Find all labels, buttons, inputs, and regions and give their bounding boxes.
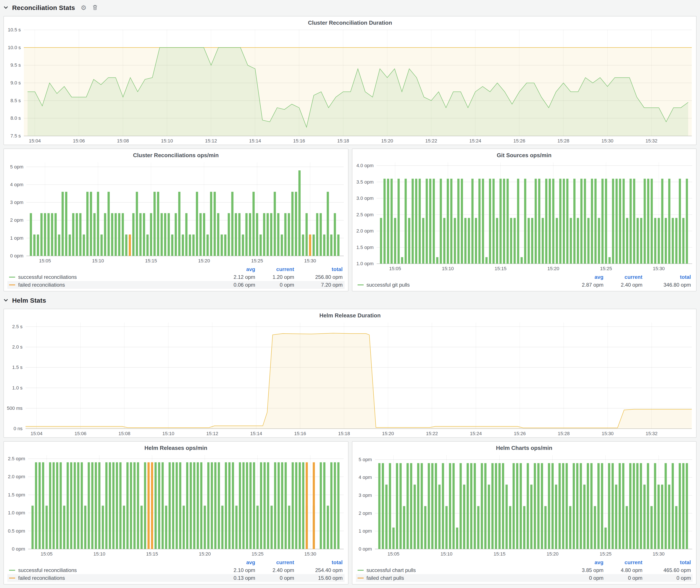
svg-text:15:30: 15:30 <box>304 258 316 263</box>
panel-title[interactable]: Cluster Reconciliations ops/min <box>4 149 348 160</box>
legend-avg: 0 opm <box>566 574 605 582</box>
svg-text:15:18: 15:18 <box>337 138 349 144</box>
legend-col-current[interactable]: current <box>257 265 296 273</box>
legend: avg current total successful chart pulls… <box>352 558 696 584</box>
legend-series[interactable]: failed reconciliations <box>7 574 218 582</box>
panel-title[interactable]: Git Sources ops/min <box>352 149 696 160</box>
svg-text:0 ns: 0 ns <box>13 426 23 431</box>
svg-text:15:26: 15:26 <box>513 138 525 144</box>
svg-text:8.0 s: 8.0 s <box>10 115 21 121</box>
legend-series[interactable]: successful git pulls <box>356 281 566 289</box>
helm-charts-ops-chart[interactable]: 15:0515:1015:1515:2015:2515:300 opm1 opm… <box>352 452 696 558</box>
legend-avg: 2.12 opm <box>218 273 257 281</box>
legend-col-current[interactable]: current <box>605 273 644 281</box>
svg-text:15:12: 15:12 <box>206 431 218 436</box>
cluster-reconciliations-ops-chart[interactable]: 15:0515:1015:1515:2015:2515:300 opm1 opm… <box>4 160 348 265</box>
svg-text:15:14: 15:14 <box>249 138 261 144</box>
svg-text:0 opm: 0 opm <box>10 253 23 258</box>
legend-series[interactable]: successful reconciliations <box>7 566 218 574</box>
legend-col-total[interactable]: total <box>296 559 344 566</box>
svg-text:15:05: 15:05 <box>389 266 401 271</box>
legend-current: 4.80 opm <box>605 566 644 574</box>
helm-releases-ops-chart[interactable]: 15:0515:1015:1515:2015:2515:300 opm0.5 o… <box>4 452 348 558</box>
panel-title[interactable]: Cluster Reconciliation Duration <box>4 16 696 27</box>
legend-total: 256.80 opm <box>296 273 344 281</box>
chevron-down-icon <box>3 6 8 9</box>
legend-col-avg[interactable]: avg <box>566 559 605 566</box>
svg-text:15:30: 15:30 <box>652 551 664 557</box>
svg-text:7.5 s: 7.5 s <box>10 133 21 139</box>
svg-text:15:10: 15:10 <box>442 266 453 271</box>
svg-text:15:14: 15:14 <box>250 431 262 436</box>
panel-title[interactable]: Helm Releases ops/min <box>4 442 348 452</box>
legend-avg: 0.06 opm <box>218 281 257 289</box>
legend-current: 0 opm <box>605 574 644 582</box>
legend-row: successful chart pulls 3.85 opm 4.80 opm… <box>356 566 693 574</box>
legend: avg current total successful git pulls 2… <box>352 272 696 291</box>
legend-row: successful reconciliations 2.10 opm 2.40… <box>7 566 344 574</box>
legend-header: avg current total <box>356 273 693 281</box>
series-swatch <box>357 284 363 285</box>
chevron-down-icon <box>3 299 8 302</box>
legend-row: successful git pulls 2.87 opm 2.40 opm 3… <box>356 281 693 289</box>
svg-text:4.0 opm: 4.0 opm <box>356 163 374 168</box>
section-helm-stats[interactable]: Helm Stats <box>3 295 697 305</box>
helm-release-duration-chart[interactable]: 15:0415:0615:0815:1015:1215:1415:1615:18… <box>4 320 696 437</box>
svg-text:15:10: 15:10 <box>161 138 173 144</box>
legend-total: 254.40 opm <box>296 566 344 574</box>
legend-header: avg current total <box>7 265 344 273</box>
svg-text:10.5 s: 10.5 s <box>8 27 21 32</box>
series-swatch <box>9 284 15 285</box>
svg-text:9.5 s: 9.5 s <box>10 62 21 68</box>
gear-icon[interactable]: ⚙ <box>81 4 87 11</box>
svg-text:15:04: 15:04 <box>31 431 42 436</box>
svg-text:15:28: 15:28 <box>558 431 570 436</box>
svg-text:15:20: 15:20 <box>547 266 559 271</box>
legend-col-avg[interactable]: avg <box>218 265 257 273</box>
svg-text:15:10: 15:10 <box>92 258 104 263</box>
legend-col-total[interactable]: total <box>644 273 693 281</box>
svg-text:15:25: 15:25 <box>599 551 611 557</box>
svg-text:15:25: 15:25 <box>600 266 612 271</box>
legend: avg current total successful reconciliat… <box>4 265 348 291</box>
svg-text:3.5 opm: 3.5 opm <box>356 179 374 185</box>
legend-col-avg[interactable]: avg <box>218 559 257 566</box>
legend-series[interactable]: failed reconciliations <box>7 281 218 289</box>
legend-avg: 3.85 opm <box>566 566 605 574</box>
legend-series[interactable]: successful chart pulls <box>356 566 566 574</box>
legend-col-total[interactable]: total <box>296 265 344 273</box>
svg-text:3 opm: 3 opm <box>10 200 23 205</box>
cluster-reconciliation-duration-chart[interactable]: 15:0415:0615:0815:1015:1215:1415:1615:18… <box>4 27 696 145</box>
svg-text:15:18: 15:18 <box>338 431 350 436</box>
svg-text:1.0 opm: 1.0 opm <box>8 510 25 515</box>
legend-row: failed reconciliations 0.06 opm 0 opm 7.… <box>7 281 344 289</box>
legend-total: 346.80 opm <box>644 281 693 289</box>
legend-col-current[interactable]: current <box>605 559 644 566</box>
legend-total: 465.60 opm <box>644 566 693 574</box>
panel-title[interactable]: Helm Charts ops/min <box>352 442 696 452</box>
section-reconciliation-stats[interactable]: Reconciliation Stats ⚙ <box>3 2 697 13</box>
svg-text:1.5 s: 1.5 s <box>12 365 23 370</box>
svg-text:15:30: 15:30 <box>602 138 613 144</box>
svg-text:1.5 opm: 1.5 opm <box>8 492 25 498</box>
panel-title[interactable]: Helm Release Duration <box>4 309 696 320</box>
legend-col-total[interactable]: total <box>644 559 693 566</box>
legend-series[interactable]: successful reconciliations <box>7 273 218 281</box>
legend-row: successful reconciliations 2.12 opm 1.20… <box>7 273 344 281</box>
svg-text:2 opm: 2 opm <box>10 217 23 223</box>
git-sources-ops-chart[interactable]: 15:0515:1015:1515:2015:2515:301.0 opm1.5… <box>352 160 696 272</box>
legend-series[interactable]: failed chart pulls <box>356 574 566 582</box>
legend-col-avg[interactable]: avg <box>566 273 605 281</box>
legend-current: 2.40 opm <box>605 281 644 289</box>
svg-text:15:05: 15:05 <box>39 258 51 263</box>
svg-text:15:20: 15:20 <box>381 138 393 144</box>
svg-text:1 opm: 1 opm <box>10 235 23 241</box>
svg-text:0 opm: 0 opm <box>358 546 372 552</box>
svg-text:9.0 s: 9.0 s <box>10 80 21 86</box>
section-title: Helm Stats <box>12 296 46 304</box>
trash-icon[interactable] <box>92 4 98 10</box>
legend-col-current[interactable]: current <box>257 559 296 566</box>
series-swatch <box>9 570 15 571</box>
series-swatch <box>357 578 363 578</box>
svg-text:15:20: 15:20 <box>382 431 394 436</box>
